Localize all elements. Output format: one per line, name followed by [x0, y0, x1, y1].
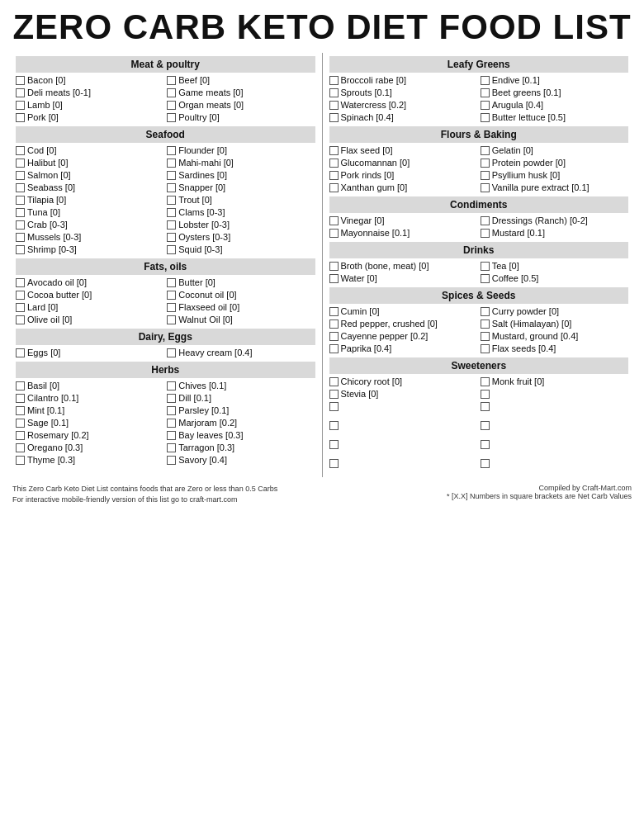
checkbox-icon[interactable]	[481, 159, 490, 168]
checkbox-icon[interactable]	[16, 456, 25, 465]
list-item[interactable]: Clams [0-3]	[167, 206, 315, 218]
empty-list-item[interactable]	[329, 401, 477, 412]
empty-list-item[interactable]	[481, 458, 628, 469]
list-item[interactable]: Deli meats [0-1]	[16, 87, 163, 98]
checkbox-icon[interactable]	[16, 233, 25, 242]
list-item[interactable]: Butter lettuce [0.5]	[481, 111, 628, 123]
list-item[interactable]: Salmon [0]	[16, 169, 163, 181]
checkbox-icon[interactable]	[481, 319, 490, 329]
list-item[interactable]: Arugula [0.4]	[481, 99, 628, 111]
checkbox-icon[interactable]	[329, 274, 339, 283]
checkbox-icon[interactable]	[167, 406, 176, 415]
empty-list-item[interactable]	[481, 439, 628, 450]
list-item[interactable]: Tea [0]	[481, 260, 628, 272]
checkbox-icon[interactable]	[16, 381, 25, 390]
list-item[interactable]: Sprouts [0.1]	[329, 87, 477, 98]
list-item[interactable]: Water [0]	[329, 272, 477, 284]
list-item[interactable]: Savory [0.4]	[167, 454, 315, 466]
checkbox-icon[interactable]	[481, 76, 490, 85]
list-item[interactable]: Lamb [0]	[16, 99, 163, 111]
checkbox-icon[interactable]	[329, 377, 339, 386]
checkbox-icon[interactable]	[481, 344, 490, 353]
list-item[interactable]: Salt (Himalayan) [0]	[481, 318, 628, 329]
checkbox-icon[interactable]	[329, 76, 339, 85]
checkbox-icon[interactable]	[481, 183, 490, 192]
list-item[interactable]: Thyme [0.3]	[16, 454, 163, 466]
list-item[interactable]: Lard [0]	[16, 301, 163, 313]
checkbox-icon[interactable]	[167, 196, 176, 205]
checkbox-icon[interactable]	[16, 348, 25, 357]
checkbox-icon[interactable]	[167, 419, 176, 428]
checkbox-icon[interactable]	[481, 88, 490, 97]
list-item[interactable]: Halibut [0]	[16, 157, 163, 168]
checkbox-icon[interactable]	[16, 406, 25, 415]
checkbox-icon[interactable]	[16, 146, 25, 155]
empty-checkbox-icon[interactable]	[481, 440, 490, 449]
checkbox-icon[interactable]	[167, 208, 176, 217]
checkbox-icon[interactable]	[16, 291, 25, 300]
checkbox-icon[interactable]	[167, 291, 176, 300]
list-item[interactable]: Oregano [0.3]	[16, 442, 163, 453]
checkbox-icon[interactable]	[481, 307, 490, 316]
list-item[interactable]: Psyllium husk [0]	[481, 169, 628, 181]
list-item[interactable]: Mussels [0-3]	[16, 231, 163, 243]
list-item[interactable]: Eggs [0]	[16, 347, 163, 358]
checkbox-icon[interactable]	[167, 220, 176, 230]
list-item[interactable]: Monk fruit [0]	[481, 376, 628, 387]
list-item[interactable]: Sardines [0]	[167, 169, 315, 181]
list-item[interactable]: Dressings (Ranch) [0-2]	[481, 215, 628, 226]
checkbox-icon[interactable]	[16, 278, 25, 287]
checkbox-icon[interactable]	[481, 332, 490, 341]
checkbox-icon[interactable]	[167, 278, 176, 287]
checkbox-icon[interactable]	[16, 113, 25, 122]
checkbox-icon[interactable]	[481, 377, 490, 386]
checkbox-icon[interactable]	[16, 171, 25, 180]
checkbox-icon[interactable]	[481, 229, 490, 238]
checkbox-icon[interactable]	[167, 88, 176, 97]
list-item[interactable]: Xanthan gum [0]	[329, 182, 477, 193]
checkbox-icon[interactable]	[329, 216, 339, 225]
checkbox-icon[interactable]	[16, 196, 25, 205]
checkbox-icon[interactable]	[329, 390, 339, 399]
list-item[interactable]: Walnut Oil [0]	[167, 314, 315, 325]
checkbox-icon[interactable]	[329, 332, 339, 341]
checkbox-icon[interactable]	[16, 220, 25, 230]
checkbox-icon[interactable]	[481, 262, 490, 271]
checkbox-icon[interactable]	[481, 390, 490, 399]
list-item[interactable]: Stevia [0]	[329, 388, 477, 400]
checkbox-icon[interactable]	[16, 245, 25, 254]
list-item[interactable]: Poultry [0]	[167, 111, 315, 123]
checkbox-icon[interactable]	[481, 171, 490, 180]
list-item[interactable]: Gelatin [0]	[481, 144, 628, 156]
list-item[interactable]: Oysters [0-3]	[167, 231, 315, 243]
checkbox-icon[interactable]	[167, 456, 176, 465]
checkbox-icon[interactable]	[167, 233, 176, 242]
list-item[interactable]: Game meats [0]	[167, 87, 315, 98]
empty-list-item[interactable]	[481, 401, 628, 412]
empty-checkbox-icon[interactable]	[481, 421, 490, 430]
list-item[interactable]: Coffee [0.5]	[481, 272, 628, 284]
checkbox-icon[interactable]	[329, 101, 339, 110]
checkbox-icon[interactable]	[16, 88, 25, 97]
list-item[interactable]	[481, 388, 628, 400]
list-item[interactable]: Broccoli rabe [0]	[329, 74, 477, 86]
checkbox-icon[interactable]	[329, 146, 339, 155]
checkbox-icon[interactable]	[16, 208, 25, 217]
empty-checkbox-icon[interactable]	[329, 459, 339, 468]
list-item[interactable]: Flaxseed oil [0]	[167, 301, 315, 313]
list-item[interactable]: Basil [0]	[16, 380, 163, 391]
checkbox-icon[interactable]	[481, 274, 490, 283]
list-item[interactable]: Mustard, ground [0.4]	[481, 330, 628, 342]
list-item[interactable]: Chives [0.1]	[167, 380, 315, 391]
checkbox-icon[interactable]	[167, 183, 176, 192]
list-item[interactable]: Shrimp [0-3]	[16, 244, 163, 255]
list-item[interactable]: Protein powder [0]	[481, 157, 628, 168]
list-item[interactable]: Bacon [0]	[16, 74, 163, 86]
checkbox-icon[interactable]	[329, 229, 339, 238]
list-item[interactable]: Curry powder [0]	[481, 305, 628, 317]
list-item[interactable]: Vinegar [0]	[329, 215, 477, 226]
checkbox-icon[interactable]	[167, 113, 176, 122]
list-item[interactable]: Coconut oil [0]	[167, 289, 315, 301]
list-item[interactable]: Snapper [0]	[167, 182, 315, 193]
list-item[interactable]: Vanilla pure extract [0.1]	[481, 182, 628, 193]
